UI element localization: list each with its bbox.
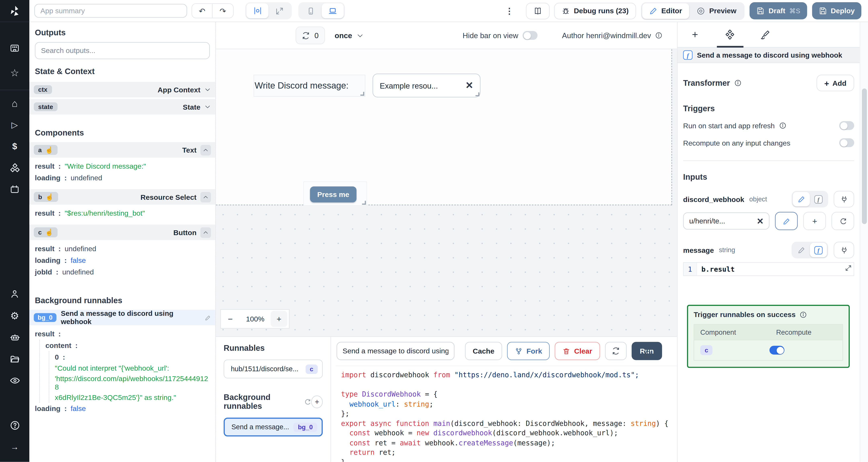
bg-runnable-header[interactable]: bg_0 Send a message to discord using web… bbox=[29, 310, 215, 325]
fullscreen-button[interactable] bbox=[269, 3, 290, 18]
reload-code-button[interactable] bbox=[605, 342, 626, 360]
runnable-card[interactable]: hub/1511/discord/se... c bbox=[224, 360, 323, 378]
schedules-icon[interactable] bbox=[0, 179, 29, 200]
runnable-name-input[interactable] bbox=[337, 342, 455, 360]
recompute-toggle[interactable] bbox=[839, 138, 854, 147]
edit-resource-button[interactable] bbox=[775, 212, 798, 230]
expand-icon[interactable] bbox=[845, 264, 852, 272]
tab-preview[interactable]: Preview bbox=[689, 3, 743, 19]
app-grid-zone[interactable] bbox=[216, 49, 672, 205]
clear-button[interactable]: Clear bbox=[555, 342, 600, 360]
component-c-header[interactable]: c☝ Button bbox=[29, 225, 215, 240]
error-string-line: 'https://discord.com/api/webhooks/117254… bbox=[55, 373, 210, 392]
refresh-counter[interactable]: 0 bbox=[296, 27, 325, 44]
app-summary-input[interactable] bbox=[34, 4, 187, 18]
desktop-view-button[interactable] bbox=[322, 3, 344, 18]
hide-bar-label: Hide bar on view bbox=[463, 31, 518, 39]
app-canvas[interactable]: Write Discord message: Example resou... … bbox=[216, 49, 677, 336]
deploy-button[interactable]: Deploy bbox=[812, 2, 861, 19]
static-edit-tab[interactable] bbox=[793, 243, 810, 257]
chevron-up-icon[interactable] bbox=[200, 227, 211, 237]
more-menu-icon[interactable]: ⋮ bbox=[505, 6, 514, 16]
clear-x-icon[interactable]: ✕ bbox=[757, 216, 764, 226]
copy-code-icon[interactable] bbox=[643, 350, 651, 359]
center-align-button[interactable] bbox=[246, 3, 269, 18]
eval-tab[interactable]: f bbox=[810, 243, 827, 257]
add-resource-button[interactable]: + bbox=[804, 212, 826, 230]
settings-gear-icon[interactable]: ⚙ bbox=[0, 305, 29, 326]
resources-icon[interactable] bbox=[0, 157, 29, 178]
chevron-up-icon[interactable] bbox=[200, 144, 211, 155]
chevron-down-icon[interactable] bbox=[204, 103, 211, 110]
zoom-in-button[interactable]: + bbox=[271, 311, 287, 327]
bg-runnable-card-selected[interactable]: Send a message... bg_0 bbox=[224, 418, 323, 436]
chevron-down-icon[interactable] bbox=[204, 86, 211, 93]
connect-plug-button[interactable] bbox=[834, 242, 854, 258]
code-editor[interactable]: import discordwebhook from "https://deno… bbox=[336, 366, 677, 462]
tab-add-component[interactable]: + bbox=[678, 22, 712, 47]
mobile-view-button[interactable] bbox=[300, 3, 322, 18]
tab-component-settings[interactable] bbox=[712, 22, 747, 47]
canvas-resource-select[interactable]: Example resou... ✕ bbox=[373, 73, 480, 97]
help-icon[interactable] bbox=[0, 415, 29, 436]
eval-tab[interactable]: f bbox=[810, 192, 827, 206]
search-outputs-input[interactable] bbox=[35, 42, 210, 59]
resize-handle[interactable] bbox=[475, 92, 479, 96]
collapse-arrow-icon[interactable]: → bbox=[0, 436, 29, 457]
clear-x-icon[interactable]: ✕ bbox=[465, 80, 473, 91]
recompute-c-toggle[interactable] bbox=[770, 346, 785, 355]
canvas-button-container[interactable]: Press me bbox=[303, 182, 367, 206]
component-a-header[interactable]: a☝ Text bbox=[29, 142, 215, 158]
window-scrollbar[interactable] bbox=[860, 22, 868, 462]
state-row[interactable]: state State bbox=[29, 99, 215, 114]
press-me-button[interactable]: Press me bbox=[310, 186, 356, 202]
apps-icon[interactable] bbox=[0, 38, 29, 59]
redo-button[interactable]: ↷ bbox=[213, 4, 233, 18]
info-icon bbox=[800, 310, 807, 319]
refresh-mode-select[interactable]: once bbox=[335, 31, 364, 39]
refresh-resource-button[interactable] bbox=[832, 212, 854, 230]
draft-button[interactable]: Draft ⌘S bbox=[750, 2, 807, 19]
folders-icon[interactable] bbox=[0, 348, 29, 369]
docs-book-button[interactable] bbox=[526, 2, 549, 19]
code-line: import discordwebhook from "https://deno… bbox=[341, 370, 677, 380]
favorites-star-icon[interactable]: ☆ bbox=[0, 62, 29, 84]
windmill-logo[interactable] bbox=[0, 0, 29, 22]
message-expression-editor[interactable]: 1 b.result bbox=[683, 262, 854, 276]
connect-plug-button[interactable] bbox=[834, 191, 854, 208]
runs-icon[interactable]: ▷ bbox=[0, 114, 29, 135]
tab-editor[interactable]: Editor bbox=[642, 3, 689, 19]
wand-icon[interactable] bbox=[304, 398, 311, 405]
variables-icon[interactable]: $ bbox=[0, 135, 29, 157]
edit-pencil-icon[interactable] bbox=[205, 315, 211, 321]
fork-button[interactable]: Fork bbox=[507, 342, 550, 360]
tab-styling[interactable] bbox=[747, 22, 782, 47]
zoom-out-button[interactable]: − bbox=[221, 314, 240, 324]
audit-eye-icon[interactable] bbox=[0, 369, 29, 391]
run-on-start-toggle[interactable] bbox=[839, 121, 854, 130]
undo-button[interactable]: ↶ bbox=[192, 4, 213, 18]
add-transformer-button[interactable]: +Add bbox=[816, 75, 854, 91]
scrollbar-thumb[interactable] bbox=[862, 89, 867, 224]
author-label: Author henri@windmill.dev bbox=[562, 31, 651, 39]
component-b-header[interactable]: b☝ Resource Select bbox=[29, 189, 215, 205]
resize-handle[interactable] bbox=[362, 201, 366, 205]
code-line: } bbox=[341, 457, 677, 462]
resource-picker-input[interactable]: u/henri/te... ✕ bbox=[683, 212, 770, 230]
outputs-title: Outputs bbox=[35, 28, 210, 37]
code-line bbox=[341, 380, 677, 389]
selected-runnable-header[interactable]: f Send a message to discord using webhoo… bbox=[678, 47, 860, 63]
resize-handle[interactable] bbox=[361, 92, 364, 96]
debug-runs-button[interactable]: Debug runs (23) bbox=[554, 2, 636, 19]
code-line: }; bbox=[341, 409, 677, 419]
home-icon[interactable]: ⌂ bbox=[0, 92, 29, 114]
canvas-text-component[interactable]: Write Discord message: bbox=[254, 75, 366, 97]
add-bg-runnable-button[interactable]: + bbox=[311, 395, 323, 408]
cache-button[interactable]: Cache bbox=[465, 342, 502, 360]
user-icon[interactable] bbox=[0, 283, 29, 305]
ctx-row[interactable]: ctx App Context bbox=[29, 82, 215, 97]
chevron-up-icon[interactable] bbox=[200, 192, 211, 202]
workers-robot-icon[interactable] bbox=[0, 327, 29, 348]
hide-bar-toggle[interactable] bbox=[523, 31, 537, 40]
static-edit-tab[interactable] bbox=[793, 192, 810, 206]
